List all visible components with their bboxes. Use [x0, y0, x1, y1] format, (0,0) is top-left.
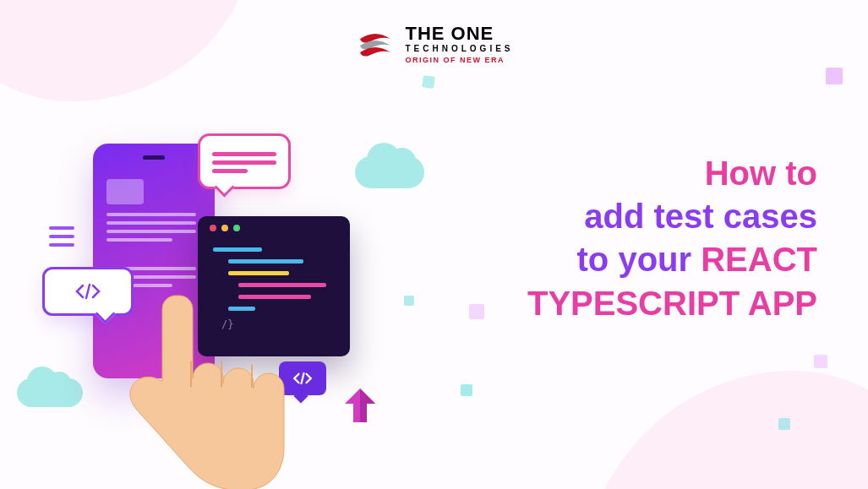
headline-line-2: add test cases	[584, 198, 817, 235]
decorative-square	[461, 384, 472, 396]
decorative-square	[826, 68, 843, 84]
upload-arrow-icon	[340, 385, 380, 427]
decorative-square	[778, 418, 790, 430]
headline: How to add test cases to your REACT TYPE…	[429, 152, 817, 325]
cloud-icon	[355, 156, 424, 188]
decorative-square	[404, 296, 414, 306]
illustration: /}	[42, 135, 397, 473]
cloud-icon	[17, 378, 83, 407]
code-tag-solid-icon	[279, 361, 326, 395]
logo-tagline: ORIGIN OF NEW ERA	[405, 57, 513, 64]
headline-line-3a: to your	[577, 241, 701, 278]
decorative-square	[422, 75, 435, 89]
svg-line-1	[86, 285, 90, 298]
background-blob-bottom-right	[581, 371, 868, 489]
decorative-square	[814, 355, 827, 368]
logo-mark-icon	[354, 24, 395, 64]
company-logo: THE ONE TECHNOLOGIES ORIGIN OF NEW ERA	[354, 24, 513, 64]
headline-line-1: How to	[705, 155, 817, 192]
svg-line-2	[302, 373, 304, 383]
headline-line-4: TYPESCRIPT APP	[527, 285, 817, 322]
hand-pointer-icon	[103, 280, 286, 489]
logo-sub-text: TECHNOLOGIES	[405, 45, 513, 53]
speech-bubble-icon	[198, 133, 291, 189]
hamburger-icon	[49, 226, 74, 247]
logo-main-text: THE ONE	[405, 24, 513, 43]
background-blob-top-left	[0, 0, 254, 101]
headline-line-3b: REACT	[701, 241, 817, 278]
